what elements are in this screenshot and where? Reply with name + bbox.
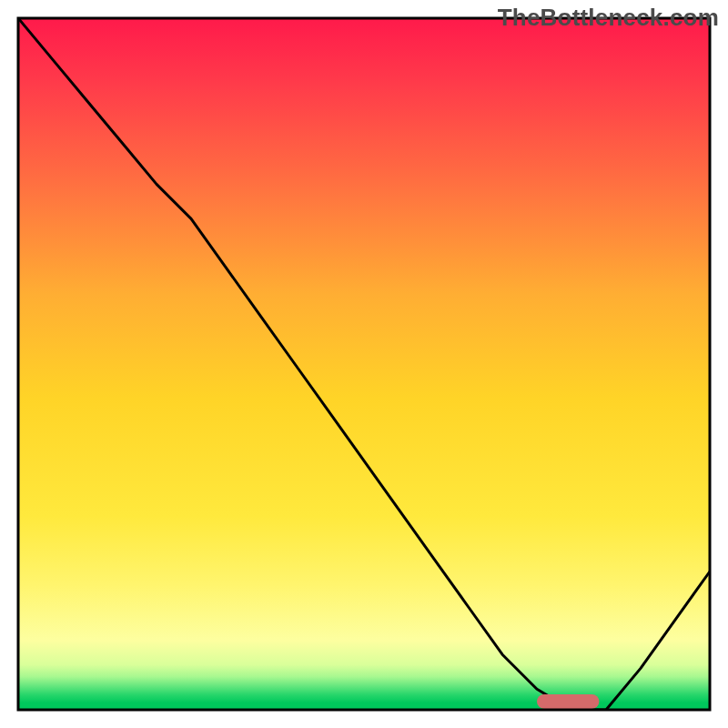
chart-svg xyxy=(0,0,728,728)
chart-container: { "watermark": "TheBottleneck.com", "cha… xyxy=(0,0,728,728)
background-gradient xyxy=(18,18,710,710)
watermark-text: TheBottleneck.com xyxy=(498,4,719,32)
optimal-marker xyxy=(537,694,599,709)
